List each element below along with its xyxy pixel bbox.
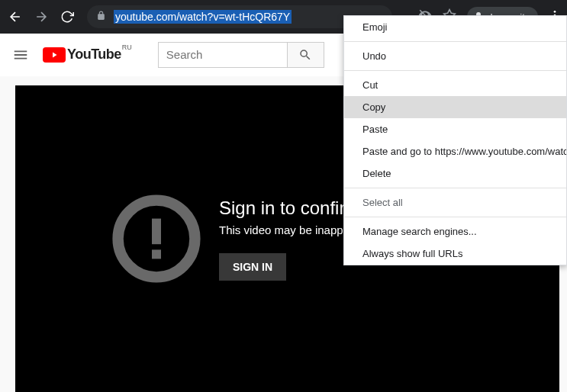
lock-icon — [96, 11, 106, 23]
back-button[interactable] — [6, 8, 24, 26]
menu-item-undo[interactable]: Undo — [344, 45, 566, 67]
menu-separator — [344, 188, 566, 188]
youtube-region: RU — [122, 43, 132, 51]
search-button[interactable] — [288, 42, 324, 68]
menu-item-paste[interactable]: Paste — [344, 118, 566, 140]
svg-marker-6 — [53, 52, 57, 57]
context-menu: Emoji Undo Cut Copy Paste Paste and go t… — [343, 15, 567, 265]
menu-item-select-all[interactable]: Select all — [344, 191, 566, 214]
menu-separator — [344, 70, 566, 71]
reload-button[interactable] — [58, 8, 76, 26]
search-input[interactable] — [158, 42, 288, 68]
svg-point-3 — [554, 11, 556, 13]
svg-rect-9 — [152, 249, 161, 259]
menu-item-copy[interactable]: Copy — [344, 96, 566, 118]
menu-item-emoji[interactable]: Emoji — [344, 16, 566, 38]
menu-item-cut[interactable]: Cut — [344, 74, 566, 96]
menu-separator — [344, 217, 566, 217]
youtube-logo-text: YouTube — [67, 47, 121, 63]
menu-item-full-urls[interactable]: Always show full URLs — [344, 243, 566, 265]
exclamation-icon — [111, 193, 202, 284]
forward-button[interactable] — [32, 8, 50, 26]
search-container — [158, 42, 324, 68]
menu-item-paste-go[interactable]: Paste and go to https://www.youtube.com/… — [344, 140, 566, 162]
menu-item-manage-search[interactable]: Manage search engines... — [344, 220, 566, 243]
svg-rect-8 — [152, 219, 161, 245]
menu-separator — [344, 41, 566, 42]
menu-item-delete[interactable]: Delete — [344, 162, 566, 185]
hamburger-menu-icon[interactable] — [12, 47, 29, 63]
url-text[interactable]: youtube.com/watch?v=wt-tHcQR67Y — [114, 10, 292, 24]
sign-in-button[interactable]: SIGN IN — [219, 253, 286, 281]
search-icon — [298, 48, 312, 62]
youtube-play-icon — [43, 47, 66, 63]
youtube-logo[interactable]: YouTube RU — [43, 47, 121, 63]
